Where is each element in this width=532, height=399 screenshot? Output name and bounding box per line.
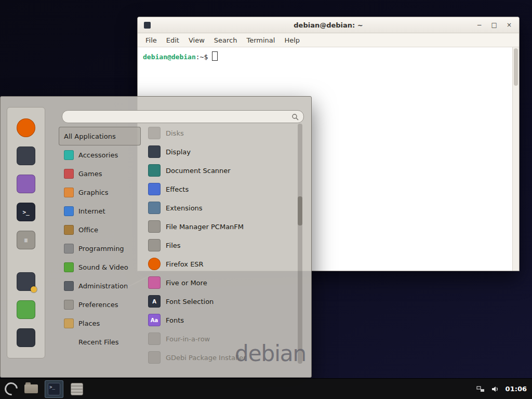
search-icon	[291, 113, 299, 121]
category-list: All ApplicationsAccessoriesGamesGraphics…	[59, 127, 141, 351]
effects-icon	[148, 183, 161, 195]
disks-icon	[148, 127, 161, 139]
favorite-file-manager[interactable]: ≡	[15, 229, 37, 251]
category-graphics-icon	[64, 188, 74, 197]
menubar-item-terminal[interactable]: Terminal	[242, 36, 280, 44]
category-label: Sound & Video	[78, 263, 128, 271]
app-label: Display	[166, 148, 191, 156]
terminal-scrollbar[interactable]	[512, 47, 519, 271]
favorite-logout[interactable]	[15, 299, 37, 321]
category-games[interactable]: Games	[59, 164, 141, 183]
app-label: Fonts	[166, 316, 184, 324]
favorite-screensaver[interactable]	[15, 271, 37, 292]
terminal-window-icon	[144, 22, 151, 29]
app-label: Extensions	[166, 204, 203, 212]
app-label: GDebi Package Installer	[166, 354, 246, 362]
app-effects[interactable]: Effects	[145, 180, 296, 198]
app-four-in-a-row[interactable]: Four-in-a-row	[145, 329, 296, 348]
app-label: Four-in-a-row	[166, 335, 210, 343]
firefox-esr-icon	[148, 258, 161, 270]
files-icon	[148, 239, 161, 251]
category-label: Office	[78, 226, 98, 234]
category-programming-icon	[64, 244, 74, 254]
system-tray: 01:06	[476, 385, 532, 393]
category-all-applications[interactable]: All Applications	[59, 127, 141, 145]
app-list-scrollbar-thumb[interactable]	[298, 196, 302, 225]
fonts-glyph: Aa	[151, 317, 158, 323]
app-list-scrollbar[interactable]	[298, 124, 302, 364]
category-label: All Applications	[64, 132, 116, 140]
menubar-item-search[interactable]: Search	[209, 36, 242, 44]
cinnamon-logo-icon	[2, 380, 20, 398]
app-font-selection[interactable]: AFont Selection	[145, 292, 296, 311]
volume-icon[interactable]	[491, 385, 499, 393]
document-scanner-icon	[148, 164, 161, 177]
screensaver-icon	[17, 272, 35, 291]
terminal-titlebar[interactable]: debian@debian: ~ − □ ×	[138, 17, 519, 33]
menubar-item-view[interactable]: View	[184, 36, 209, 44]
category-recent-files[interactable]: Recent Files	[59, 332, 141, 351]
app-five-or-more[interactable]: Five or More	[145, 273, 296, 292]
app-display[interactable]: Display	[145, 142, 296, 161]
firefox-icon	[17, 118, 35, 137]
prompt-user: debian@debian	[143, 53, 196, 61]
taskbar-files-window[interactable]	[68, 380, 86, 398]
favorites-sidebar: >_≡	[7, 107, 45, 358]
category-recent-files-icon	[64, 337, 74, 347]
terminal-scrollbar-thumb[interactable]	[514, 48, 518, 86]
prompt-path: :~$	[196, 53, 208, 61]
clock[interactable]: 01:06	[506, 385, 527, 393]
category-administration[interactable]: Administration	[59, 276, 141, 295]
category-label: Accessories	[78, 151, 118, 159]
category-office-icon	[64, 225, 74, 235]
app-extensions[interactable]: Extensions	[145, 198, 296, 217]
category-accessories[interactable]: Accessories	[59, 145, 141, 164]
category-label: Games	[78, 170, 102, 178]
app-label: File Manager PCManFM	[166, 223, 244, 231]
menubar-item-file[interactable]: File	[141, 36, 162, 44]
display-icon	[148, 145, 161, 158]
app-files[interactable]: Files	[145, 236, 296, 255]
app-gdebi-package-installer[interactable]: GDebi Package Installer	[145, 348, 296, 367]
favorite-terminal[interactable]: >_	[15, 201, 37, 223]
category-graphics[interactable]: Graphics	[59, 183, 141, 202]
app-disks[interactable]: Disks	[145, 124, 296, 142]
app-file-manager-pcmanfm[interactable]: File Manager PCManFM	[145, 217, 296, 236]
search-box[interactable]	[62, 110, 304, 123]
font-selection-icon: A	[148, 295, 161, 308]
category-sound-video[interactable]: Sound & Video	[59, 258, 141, 276]
file-manager-icon: ≡	[17, 231, 35, 249]
taskbar-terminal-window[interactable]	[45, 380, 63, 398]
category-preferences[interactable]: Preferences	[59, 295, 141, 314]
category-office[interactable]: Office	[59, 220, 141, 239]
file-manager-launcher[interactable]	[22, 379, 41, 399]
category-programming[interactable]: Programming	[59, 239, 141, 258]
app-list: DisksDisplayDocument ScannerEffectsExten…	[145, 124, 296, 367]
category-label: Internet	[78, 207, 105, 215]
category-internet[interactable]: Internet	[59, 202, 141, 220]
app-label: Five or More	[166, 279, 207, 287]
app-fonts[interactable]: AaFonts	[145, 311, 296, 329]
favorite-firefox[interactable]	[15, 117, 37, 139]
menu-button[interactable]	[0, 379, 22, 399]
menubar-item-edit[interactable]: Edit	[162, 36, 184, 44]
category-label: Programming	[78, 245, 124, 252]
favorite-power[interactable]	[15, 327, 37, 349]
menubar-item-help[interactable]: Help	[280, 36, 304, 44]
maximize-button[interactable]: □	[491, 22, 497, 28]
files-icon	[71, 383, 83, 395]
terminal-icon	[48, 383, 60, 395]
favorite-mascot[interactable]	[15, 173, 37, 195]
close-button[interactable]: ×	[507, 22, 512, 28]
folder-icon	[24, 384, 38, 393]
app-firefox-esr[interactable]: Firefox ESR	[145, 255, 296, 273]
network-icon[interactable]	[476, 385, 485, 393]
minimize-button[interactable]: −	[477, 22, 482, 28]
category-places[interactable]: Places	[59, 314, 141, 332]
app-document-scanner[interactable]: Document Scanner	[145, 161, 296, 180]
search-input[interactable]	[67, 112, 291, 121]
category-accessories-icon	[64, 150, 74, 160]
five-or-more-icon	[148, 276, 161, 289]
favorite-software[interactable]	[15, 145, 37, 167]
application-menu: >_≡ All ApplicationsAccessoriesGamesGrap…	[0, 96, 312, 378]
